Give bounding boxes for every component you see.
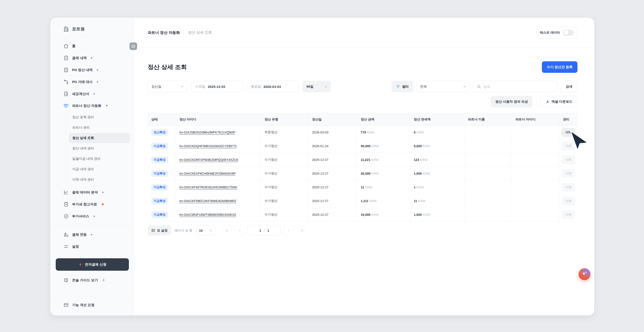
settlement-id-link[interactable]: trs-01KCKF59ECDKP3N6E4GN5BH6RZ xyxy=(180,199,236,203)
test-data-label: 테스트 데이터 xyxy=(540,31,560,35)
route-icon xyxy=(63,79,69,85)
download-icon xyxy=(546,100,550,104)
delete-button[interactable]: 삭제 xyxy=(562,155,575,164)
delete-button[interactable]: 삭제 xyxy=(562,210,575,219)
search-button[interactable]: 검색 xyxy=(561,81,578,92)
delete-button[interactable]: 삭제 xyxy=(562,183,575,192)
breadcrumb-parent[interactable]: 파트너 정산 자동화 xyxy=(148,30,180,35)
submenu-item-transfer-history[interactable]: 이체 내역 관리 xyxy=(69,175,130,185)
sidebar: 포트원 홈 결제 내역 PG 정산 내역 xyxy=(50,18,134,315)
table-row: 정산확정 trs-01KJSB2HZ498HJWFKTK21VQ9HP 주문정산… xyxy=(148,125,578,139)
filter-row: 정산일 시작일 2025-12-03 종료일 2026-03-03 90일 xyxy=(148,81,578,92)
settlements-table: 상태 정산 아이디 정산 유형 정산일 정산 금액 정산 면세액 파트너 이름 … xyxy=(148,113,578,222)
sidebar-item-data-analysis[interactable]: 결제 데이터 분석 xyxy=(55,186,130,198)
search-input[interactable] xyxy=(483,85,554,89)
first-page-button[interactable] xyxy=(222,225,232,236)
settlement-type: 수기정산 xyxy=(261,167,308,180)
settlement-type: 수기정산 xyxy=(261,180,308,194)
sidebar-collapse-button[interactable] xyxy=(130,43,137,50)
partner-id xyxy=(512,180,559,194)
submenu-item-settlement-detail[interactable]: 정산 상세 조회 xyxy=(69,133,130,143)
sidebar-item-pg-settlement[interactable]: PG 정산 내역 xyxy=(55,64,130,76)
excel-download-button[interactable]: 엑셀 다운로드 xyxy=(540,96,578,107)
breadcrumb-current: 정산 상세 조회 xyxy=(188,30,212,35)
settlement-id-link[interactable]: trs-01KCMGP18WTSB06D55B15X0KSZ xyxy=(180,213,236,217)
main-area: 파트너 정산 자동화 정산 상세 조회 테스트 데이터 정산 상세 조회 수기 … xyxy=(134,18,594,315)
sidebar-item-label: 파트너 정산 자동화 xyxy=(72,104,102,108)
start-date-input[interactable]: 시작일 2025-12-03 xyxy=(191,81,243,92)
date-type-select[interactable]: 정산일 xyxy=(148,81,188,92)
partner-settlement-submenu: 정산 정책 관리 파트너 관리 정산 상세 조회 정산 내역 관리 일괄지급 내… xyxy=(66,112,130,185)
chevron-right-icon xyxy=(94,215,95,217)
sidebar-item-label: PG 정산 내역 xyxy=(72,68,93,72)
next-page-button[interactable] xyxy=(284,225,294,236)
sidebar-item-payment-integration[interactable]: 결제 연동 xyxy=(55,229,130,241)
partner-name xyxy=(464,125,512,139)
status-badge: 지급확정 xyxy=(151,170,168,177)
manual-settlement-register-button[interactable]: 수기 정산건 등록 xyxy=(542,61,578,73)
sidebar-item-pg-reconciliation[interactable]: PG 거래 대사 xyxy=(55,76,130,88)
settlement-id-link[interactable]: trs-01KJSB2HZ498HJWFKTK21VQ9HP xyxy=(180,131,236,134)
last-page-button[interactable] xyxy=(297,225,307,236)
logo[interactable]: 포트원 xyxy=(55,24,130,37)
table-settings-button[interactable]: 표 설정 xyxy=(148,225,171,236)
prev-page-button[interactable] xyxy=(234,225,245,236)
settlement-date: 2025-12-27 xyxy=(308,194,357,208)
table-row: 지급확정 trs-01KCKDRFXPW4EZMPQQ45Y4XZC6 수기정산… xyxy=(148,153,578,167)
rows-per-page-stepper[interactable]: 10 xyxy=(196,225,215,236)
sidebar-item-home[interactable]: 홈 xyxy=(55,40,130,52)
table-header-row: 상태 정산 아이디 정산 유형 정산일 정산 금액 정산 면세액 파트너 이름 … xyxy=(148,113,578,125)
sidebar-item-label: 결제 내역 xyxy=(72,56,87,60)
table-row: 지급확정 trs-01KCKF45TRDESG2HC0WB01TSNK 수기정산… xyxy=(148,180,578,194)
settlement-id-link[interactable]: trs-01KCKDQHF3MKSG26432CYDEF75 xyxy=(180,144,236,148)
partner-name xyxy=(464,180,512,194)
book-open-icon xyxy=(63,277,69,283)
e-payment-apply-button[interactable]: 전자결제 신청 xyxy=(56,258,129,271)
submenu-item-settlement-policy[interactable]: 정산 정책 관리 xyxy=(69,112,130,122)
filter-button[interactable]: 필터 xyxy=(392,81,413,92)
delete-button[interactable]: 삭제 xyxy=(562,128,575,137)
submenu-item-payout-history[interactable]: 지급 내역 관리 xyxy=(69,164,130,174)
sidebar-item-label: 콘솔 가이드 보기 xyxy=(72,278,98,283)
submenu-item-bulk-payout[interactable]: 일괄지급 내역 관리 xyxy=(69,154,130,164)
sidebar-item-tax-invoice[interactable]: 세금계산서 xyxy=(55,88,130,100)
sidebar-item-console-guide[interactable]: 콘솔 가이드 보기 xyxy=(55,274,130,286)
custom-attributes-button[interactable]: 정산 사용자 정의 속성 xyxy=(491,96,532,107)
date-range-preset-stepper[interactable]: 90일 xyxy=(302,81,331,92)
status-badge: 지급확정 xyxy=(151,211,168,218)
scope-select[interactable]: 전체 xyxy=(416,81,470,92)
settlement-type: 수기정산 xyxy=(261,153,308,167)
status-badge: 정산확정 xyxy=(151,129,168,136)
settlement-id-link[interactable]: trs-01KCKF45TRDESG2HC0WB01TSNK xyxy=(180,186,238,189)
settlement-id-link[interactable]: trs-01KCKDRFXPW4EZMPQQ45Y4XZC6 xyxy=(180,158,238,161)
sidebar-item-label: 기능 개선 요청 xyxy=(72,303,94,307)
test-data-toggle[interactable] xyxy=(563,30,574,36)
search-field[interactable] xyxy=(473,81,558,92)
calculator-icon xyxy=(63,67,69,73)
ai-assistant-button[interactable] xyxy=(578,268,590,280)
sidebar-item-payments[interactable]: 결제 내역 xyxy=(55,52,130,64)
submenu-item-settlement-history[interactable]: 정산 내역 관리 xyxy=(69,143,130,153)
settlement-date: 2026-03-03 xyxy=(308,125,357,139)
settlement-id-link[interactable]: trs-01KCKEXF8CH8KME2FZ894G6V8P xyxy=(180,172,236,175)
sidebar-item-vat-reference[interactable]: 부가세 참고자료 xyxy=(55,198,130,210)
sidebar-item-partner-settlement[interactable]: 파트너 정산 자동화 xyxy=(55,100,130,112)
end-date-input[interactable]: 종료일 2026-03-03 xyxy=(247,81,299,92)
col-status: 상태 xyxy=(148,113,176,125)
chevron-right-icon xyxy=(94,93,95,95)
submenu-item-partner-management[interactable]: 파트너 관리 xyxy=(69,123,130,133)
logo-text: 포트원 xyxy=(72,26,85,32)
delete-button[interactable]: 삭제 xyxy=(562,197,575,205)
table-row: 지급확정 trs-01KCKDQHF3MKSG26432CYDEF75 수기정산… xyxy=(148,139,578,153)
sidebar-item-feature-request[interactable]: 기능 개선 요청 xyxy=(55,299,130,311)
external-link-icon xyxy=(102,278,105,282)
sidebar-bottom: 기능 개선 요청 xyxy=(55,297,130,311)
delete-button[interactable]: 삭제 xyxy=(562,142,575,150)
settlement-date: 2025-12-27 xyxy=(308,153,357,167)
sidebar-item-addon-services[interactable]: 부가서비스 xyxy=(55,210,130,222)
heart-handshake-icon xyxy=(63,103,69,109)
sidebar-item-settings[interactable]: 설정 xyxy=(55,241,130,253)
delete-button[interactable]: 삭제 xyxy=(562,169,575,178)
sidebar-item-label: 설정 xyxy=(72,244,79,249)
page-indicator[interactable]: 1 / 1 xyxy=(248,225,281,236)
